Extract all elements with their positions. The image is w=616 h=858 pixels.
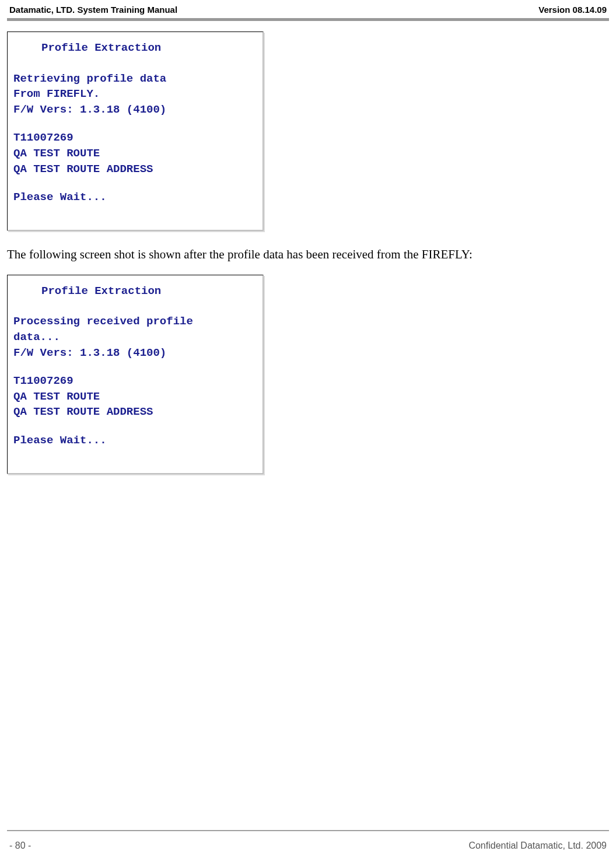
header-left-text: Datamatic, LTD. System Training Manual: [9, 5, 177, 15]
screenshot2-line: data...: [13, 330, 257, 345]
screenshot2-line: Processing received profile: [13, 314, 257, 330]
screenshot2-line: Please Wait...: [13, 433, 257, 449]
screenshot1-title: Profile Extraction: [13, 40, 257, 56]
content-area: Profile Extraction Retrieving profile da…: [7, 21, 609, 474]
page-number: - 80 -: [9, 841, 31, 851]
screenshot2-title: Profile Extraction: [13, 283, 257, 299]
screenshot1-line: F/W Vers: 1.3.18 (4100): [13, 102, 257, 118]
screenshot2-line: T11007269: [13, 373, 257, 389]
paragraph-1: The following screen shot is shown after…: [7, 247, 609, 262]
footer-divider: [7, 830, 609, 831]
blank-line: [13, 177, 257, 190]
page-footer: - 80 - Confidential Datamatic, Ltd. 2009: [7, 841, 609, 851]
screenshot2-line: F/W Vers: 1.3.18 (4100): [13, 345, 257, 361]
blank-line: [13, 420, 257, 433]
blank-line: [13, 360, 257, 373]
screenshot2-line: QA TEST ROUTE: [13, 389, 257, 405]
screenshot1-line: From FIREFLY.: [13, 86, 257, 102]
screenshot1-line: Retrieving profile data: [13, 71, 257, 87]
profile-extraction-screenshot-1: Profile Extraction Retrieving profile da…: [7, 31, 264, 231]
screenshot1-line: QA TEST ROUTE ADDRESS: [13, 162, 257, 177]
screenshot1-line: Please Wait...: [13, 190, 257, 205]
footer-copyright: Confidential Datamatic, Ltd. 2009: [468, 841, 607, 851]
blank-line: [13, 117, 257, 130]
screenshot1-line: QA TEST ROUTE: [13, 146, 257, 162]
page-header: Datamatic, LTD. System Training Manual V…: [7, 5, 609, 17]
screenshot1-line: T11007269: [13, 130, 257, 146]
screenshot2-line: QA TEST ROUTE ADDRESS: [13, 404, 257, 420]
profile-extraction-screenshot-2: Profile Extraction Processing received p…: [7, 275, 264, 474]
header-right-text: Version 08.14.09: [538, 5, 607, 15]
